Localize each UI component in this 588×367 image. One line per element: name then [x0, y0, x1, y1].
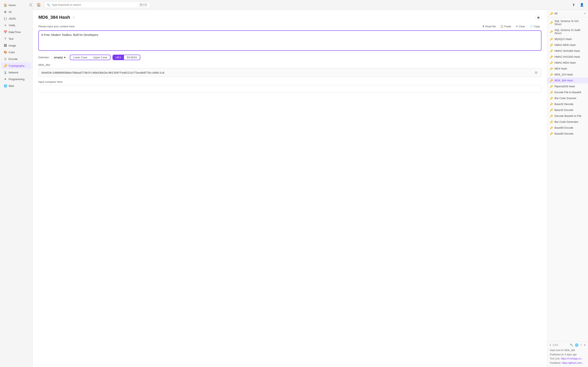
read-file-button[interactable]: ⬆ Read file: [481, 24, 497, 29]
footer-version-row: ℹ 1.0.0 🔧 🌐 ✓ ▾: [550, 343, 586, 347]
programming-icon: ✦: [4, 77, 7, 81]
sidebar-item-web[interactable]: 🌐Web: [1, 83, 31, 89]
panel-list-item[interactable]: 🔑SQL Schema To Swift Struct: [547, 27, 588, 36]
sidebar-item-color[interactable]: 🎨Color: [1, 49, 31, 55]
panel-list-item[interactable]: 🔑SQL Schema To GO Struct: [547, 18, 588, 27]
content-input[interactable]: [38, 30, 541, 51]
sidebar-item-label: Date/Time: [9, 31, 21, 34]
panel-list-item[interactable]: 🔑Bar Code Generator: [547, 119, 588, 125]
panel-item-icon: 🔑: [550, 38, 553, 41]
lower-case-button[interactable]: Lower Case: [70, 55, 90, 60]
sidebar-item-programming[interactable]: ✦Programming: [1, 76, 31, 82]
home-button[interactable]: 🏠: [35, 2, 43, 8]
panel-list-item[interactable]: 🔑Decode Base64 to File: [547, 113, 588, 119]
footer-tool-icon[interactable]: 🔧: [570, 343, 573, 347]
sidebar-item-encode[interactable]: ⟨⟩Encode: [1, 56, 31, 62]
panel-list-item[interactable]: 🔑Bar Code Scanner: [547, 95, 588, 101]
panel-list-item[interactable]: 🔑Ripemd256 Hash: [547, 83, 588, 89]
format-group: HEX BASE64: [112, 55, 140, 60]
right-panel: 🔑 All ▾ 🔑SQL Schema To GO Struct🔑SQL Sch…: [547, 10, 588, 367]
footer-chevron-button[interactable]: ▾: [584, 343, 586, 347]
panel-list-item[interactable]: 🔑MySQL5 Hash: [547, 36, 588, 42]
panel-item-label: HMAC-MD5 Hash: [554, 43, 576, 47]
panel-list-item[interactable]: 🔑MD4 Hash: [547, 66, 588, 72]
panel-list-item[interactable]: 🔑HMAC-MD5 Hash: [547, 42, 588, 48]
panel-list: 🔑SQL Schema To GO Struct🔑SQL Schema To S…: [547, 17, 588, 341]
panel-list-item[interactable]: 🔑MD6_224 Hash: [547, 72, 588, 77]
panel-item-icon: 🔑: [550, 103, 553, 106]
search-input[interactable]: [52, 3, 137, 6]
panel-item-label: Decode Base64 to File: [554, 114, 581, 117]
sidebar-item-label: Home: [9, 4, 16, 7]
panel-item-label: HMAC-HAS160 Hash: [554, 55, 580, 58]
panel-list-item[interactable]: 🔑Encode File to Base64: [547, 89, 588, 95]
sidebar-item-image[interactable]: 🖼Image: [1, 42, 31, 49]
footer-check-icon[interactable]: ✓: [580, 343, 582, 347]
footer-feedback-link[interactable]: https://github.com/...: [562, 361, 584, 364]
footer-globe-icon[interactable]: 🌐: [575, 343, 579, 347]
sidebar-item-datetime[interactable]: 📅Date/Time: [1, 29, 31, 35]
panel-item-label: SQL Schema To Swift Struct: [554, 29, 586, 35]
panel-item-icon: 🔑: [550, 30, 553, 33]
panel-list-item[interactable]: 🔑Base32 Encode: [547, 107, 588, 113]
panel-item-label: MySQL5 Hash: [554, 38, 572, 41]
search-shortcut: ⌘ + K: [139, 3, 148, 7]
yaml-icon: ≡: [4, 24, 7, 27]
delimiter-select[interactable]: (empty) ▾: [52, 55, 68, 60]
panel-list-item[interactable]: 🔑HMAC-HAS160 Hash: [547, 54, 588, 60]
clear-button[interactable]: ✕ Clear: [514, 24, 527, 29]
panel-list-item[interactable]: 🔑Base32 Decode: [547, 101, 588, 107]
panel-list-item[interactable]: 🔑MD6_384 Hash: [547, 77, 588, 83]
read-file-label: Read file: [485, 25, 496, 28]
panel-list-item[interactable]: 🔑Base85 Decode: [547, 131, 588, 137]
sidebar-toggle-button[interactable]: ⟨⟨: [29, 2, 33, 8]
panel-list-item[interactable]: 🔑Base85 Encode: [547, 125, 588, 131]
comparer-input[interactable]: [38, 85, 541, 93]
sidebar-item-yaml[interactable]: ≡YAML: [1, 22, 31, 29]
panel-item-icon: 🔑: [550, 50, 553, 52]
base64-button[interactable]: BASE64: [124, 55, 140, 60]
output-label: MD6_384 :: [38, 63, 541, 67]
panel-list-item[interactable]: 🔑HMAC-SHA384 Hash: [547, 48, 588, 54]
search-bar: 🔍 ⌘ + K: [44, 2, 150, 8]
panel-item-icon: 🔑: [550, 115, 553, 117]
all-icon: ⊞: [4, 10, 7, 13]
panel-list-item[interactable]: 🔑HMAC-MD4 Hash: [547, 60, 588, 66]
sidebar-item-text[interactable]: TText: [1, 35, 31, 42]
panel-item-icon: 🔑: [550, 21, 553, 24]
input-actions: ⬆ Read file 📋 Paste ✕ Clear 📄 Copy: [481, 24, 541, 29]
tool-panel: MD6_384 Hash ☆ ▣ Please input your conte…: [33, 10, 547, 367]
panel-item-label: Base85 Encode: [554, 126, 573, 129]
delimiter-label: Delimiter:: [38, 56, 50, 59]
paste-button[interactable]: 📋 Paste: [499, 24, 513, 29]
topbar-right: ⬆ 👤: [571, 2, 586, 8]
sidebar-item-label: All: [9, 10, 11, 13]
favorite-button[interactable]: ☆: [72, 15, 75, 20]
sidebar-item-cryptography[interactable]: 🔑Cryptography: [1, 62, 31, 69]
account-button[interactable]: 👤: [578, 2, 586, 8]
delimiter-row: Delimiter: (empty) ▾ Lower Case Upper Ca…: [38, 55, 541, 60]
sidebar-item-home[interactable]: 🏠Home: [1, 2, 31, 8]
paste-label: Paste: [504, 25, 511, 28]
panel-item-icon: 🔑: [550, 97, 553, 100]
panel-item-label: MD6_384 Hash: [554, 79, 573, 82]
sidebar-item-network[interactable]: 📡Network: [1, 69, 31, 76]
panel-item-label: MD6_224 Hash: [554, 73, 573, 76]
panel-item-label: Base32 Encode: [554, 108, 573, 111]
json-icon: { }: [4, 17, 7, 20]
copy-output-button[interactable]: ⧉: [534, 70, 538, 75]
clear-label: Clear: [519, 25, 525, 28]
share-button[interactable]: ⬆: [571, 2, 577, 8]
main-wrapper: 🏠 🔍 ⌘ + K ⬆ 👤 MD6_384 Hash ☆ ▣ Please in…: [33, 0, 588, 367]
panel-item-icon: 🔑: [550, 55, 553, 58]
chevron-down-icon: ▾: [64, 56, 66, 59]
copy-button[interactable]: 📄 Copy: [528, 24, 541, 29]
sidebar-item-label: Image: [9, 44, 16, 47]
footer-tool-link[interactable]: https://t.he3app.co...: [561, 357, 583, 360]
layout-toggle-button[interactable]: ▣: [535, 15, 541, 20]
upper-case-button[interactable]: Upper Case: [90, 55, 110, 60]
sidebar-item-label: Web: [9, 84, 14, 87]
sidebar-item-json[interactable]: { }JSON: [1, 15, 31, 22]
hex-button[interactable]: HEX: [113, 55, 124, 60]
sidebar-item-all[interactable]: ⊞All: [1, 8, 31, 15]
